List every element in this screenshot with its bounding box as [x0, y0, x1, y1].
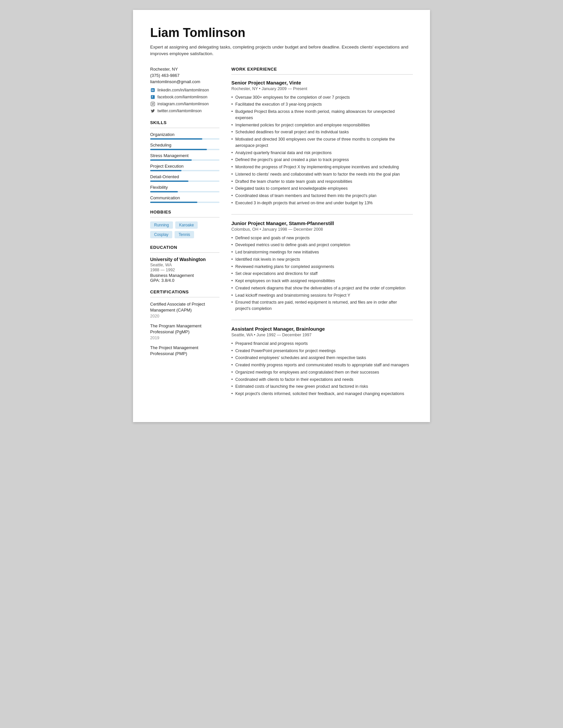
job-divider	[231, 320, 413, 320]
bullet-item: Coordinated ideas of team members and fa…	[231, 193, 413, 199]
edu-field: Business Management	[150, 273, 219, 278]
skill-bar-bg	[150, 149, 219, 150]
job-block: Junior Project Manager, Stamm-Pfannersti…	[231, 220, 413, 312]
bullet-item: Coordinated with clients to factor in th…	[231, 377, 413, 383]
hobby-tag: Running	[150, 221, 173, 229]
skill-bar-fill	[150, 149, 207, 150]
skill-bar-fill	[150, 191, 178, 192]
skill-bar-fill	[150, 181, 188, 182]
hobby-tag: Tennis	[175, 231, 194, 238]
cert-list: Certified Associate of Project Managemen…	[150, 301, 219, 357]
certifications-section: CERTIFICATIONS Certified Associate of Pr…	[150, 289, 219, 357]
instagram-icon	[150, 101, 155, 107]
skill-bar-bg	[150, 181, 219, 182]
job-title: Senior Project Manager, Vinte	[231, 80, 413, 85]
bullet-item: Oversaw 300+ employees for the completio…	[231, 94, 413, 101]
edu-years: 1988 — 1992	[150, 268, 219, 272]
bullet-item: Identified risk levels in new projects	[231, 256, 413, 263]
contact-phone: (375) 463-9867	[150, 73, 219, 78]
svg-point-5	[152, 103, 154, 105]
social-linkedin: in linkedin.com/in/liamtomlinson	[150, 87, 219, 93]
bullet-item: Ensured that contracts are paid, rented …	[231, 299, 413, 312]
skill-name: Organization	[150, 132, 219, 137]
bullet-item: Analyzed quarterly financial data and ri…	[231, 150, 413, 156]
skill-bar-bg	[150, 159, 219, 161]
cert-block: The Program Management Professional (PgM…	[150, 323, 219, 340]
bullet-item: Motivated and directed 300 employees ove…	[231, 136, 413, 149]
bullet-item: Budgeted Project Beta across a three mon…	[231, 109, 413, 121]
skill-bar-bg	[150, 202, 219, 203]
skills-title: SKILLS	[150, 120, 219, 125]
cert-name: Certified Associate of Project Managemen…	[150, 301, 219, 313]
skill-name: Detail-Oriented	[150, 174, 219, 179]
education-section: EDUCATION University of Washington Seatt…	[150, 245, 219, 283]
job-meta: Rochester, NY • January 2009 — Present	[231, 86, 413, 91]
contact-email: liamtomlinson@gmail.com	[150, 79, 219, 84]
bullet-item: Created PowerPoint presentations for pro…	[231, 348, 413, 354]
cert-year: 2020	[150, 314, 219, 318]
hobby-tag: Karoake	[175, 221, 198, 229]
twitter-label: twitter.com/liamtomlinson	[157, 109, 202, 113]
job-bullets: Oversaw 300+ employees for the completio…	[231, 94, 413, 206]
skill-row: Stress Management	[150, 153, 219, 161]
bullet-item: Developed metrics used to define goals a…	[231, 242, 413, 248]
skill-row: Communication	[150, 195, 219, 203]
hobby-tags: RunningKaroakeCosplayTennis	[150, 221, 219, 238]
left-column: Rochester, NY (375) 463-9867 liamtomlins…	[150, 67, 219, 405]
cert-block: The Project Management Professional (PMP…	[150, 345, 219, 357]
resume-container: Liam Tomlinson Expert at assigning and d…	[133, 10, 430, 422]
bullet-item: Prepared financial and progress reports	[231, 341, 413, 347]
skill-name: Stress Management	[150, 153, 219, 158]
social-twitter: twitter.com/liamtomlinson	[150, 108, 219, 114]
svg-rect-2	[151, 95, 155, 99]
edu-location: Seattle, WA	[150, 263, 219, 267]
cert-block: Certified Associate of Project Managemen…	[150, 301, 219, 318]
bullet-item: Defined the project's goal and created a…	[231, 157, 413, 163]
cert-name: The Program Management Professional (PgM…	[150, 323, 219, 335]
bullet-item: Coordinated employees' schedules and ass…	[231, 355, 413, 361]
job-meta: Colombus, OH • January 1998 — December 2…	[231, 227, 413, 232]
skill-name: Scheduling	[150, 143, 219, 148]
bullet-item: Created network diagrams that show the d…	[231, 285, 413, 291]
hobbies-title: HOBBIES	[150, 210, 219, 215]
right-column: WORK EXPERIENCE Senior Project Manager, …	[231, 67, 413, 405]
skill-row: Scheduling	[150, 143, 219, 150]
skill-row: Detail-Oriented	[150, 174, 219, 182]
education-title: EDUCATION	[150, 245, 219, 250]
bullet-item: Estimated costs of launching the new gre…	[231, 383, 413, 390]
candidate-name: Liam Tomlinson	[150, 26, 413, 40]
social-list: in linkedin.com/in/liamtomlinson f	[150, 87, 219, 114]
skill-bar-fill	[150, 202, 197, 203]
social-instagram: instagram.com/liamtomlinson	[150, 101, 219, 107]
svg-text:in: in	[151, 88, 154, 91]
skill-bar-fill	[150, 138, 202, 140]
skill-bar-bg	[150, 170, 219, 171]
contact-location: Rochester, NY	[150, 67, 219, 72]
bullet-item: Defined scope and goals of new projects	[231, 235, 413, 241]
contact-block: Rochester, NY (375) 463-9867 liamtomlins…	[150, 67, 219, 114]
bullet-item: Created monthly progress reports and com…	[231, 362, 413, 368]
bullet-item: Organized meetings for employees and con…	[231, 369, 413, 376]
skill-row: Flexibility	[150, 185, 219, 192]
bullet-item: Executed 3 in-depth projects that arrive…	[231, 200, 413, 206]
skill-bar-fill	[150, 159, 192, 161]
svg-rect-4	[151, 102, 155, 106]
cert-year: 2019	[150, 336, 219, 340]
hobby-tag: Cosplay	[150, 231, 172, 238]
twitter-icon	[150, 108, 155, 114]
header-summary: Expert at assigning and delegating tasks…	[150, 44, 413, 57]
linkedin-icon: in	[150, 87, 155, 93]
bullet-item: Led brainstorming meetings for new initi…	[231, 249, 413, 255]
edu-gpa: GPA: 3.8/4.0	[150, 278, 219, 283]
bullet-item: Monitored the progress of Project X by i…	[231, 164, 413, 170]
bullet-item: Listened to clients' needs and collabora…	[231, 171, 413, 178]
job-title: Junior Project Manager, Stamm-Pfannersti…	[231, 220, 413, 226]
skill-name: Flexibility	[150, 185, 219, 190]
instagram-label: instagram.com/liamtomlinson	[157, 102, 209, 106]
skill-name: Project Execution	[150, 164, 219, 169]
bullet-item: Delegated tasks to competent and knowled…	[231, 185, 413, 192]
bullet-item: Facilitated the execution of 3 year-long…	[231, 101, 413, 108]
job-title: Assistant Project Manager, Brainlounge	[231, 326, 413, 332]
bullet-item: Kept employees on track with assigned re…	[231, 278, 413, 284]
skill-bar-fill	[150, 170, 182, 171]
